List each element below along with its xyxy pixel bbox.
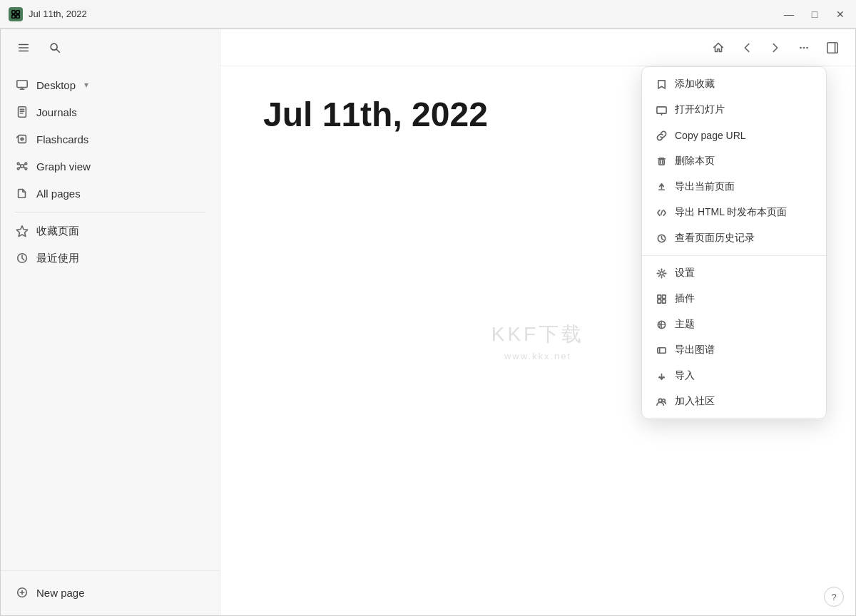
svg-rect-1	[16, 10, 19, 13]
menu-label-slides: 打开幻灯片	[675, 103, 725, 116]
theme-icon	[655, 318, 668, 331]
sidebar-item-desktop[interactable]: Desktop ▾	[6, 72, 214, 98]
menu-item-add-bookmark[interactable]: 添加收藏	[642, 71, 826, 97]
svg-line-23	[19, 164, 21, 165]
sidebar-footer: New page	[1, 570, 220, 615]
svg-marker-27	[16, 226, 27, 237]
menu-label-export-html: 导出 HTML 时发布本页面	[675, 206, 787, 219]
link-icon	[655, 129, 668, 142]
menu-label-community: 加入社区	[675, 395, 715, 408]
all-pages-label: All pages	[36, 188, 81, 200]
menu-item-delete[interactable]: 删除本页	[642, 148, 826, 174]
favorites-label: 收藏页面	[36, 225, 79, 238]
sidebar-item-favorites[interactable]: 收藏页面	[6, 218, 214, 244]
close-button[interactable]: ✕	[833, 9, 847, 20]
sidebar-item-flashcards[interactable]: Flashcards	[6, 126, 214, 152]
community-icon	[655, 395, 668, 408]
journals-icon	[15, 105, 29, 119]
forward-button[interactable]	[764, 36, 787, 59]
svg-line-8	[57, 50, 60, 53]
back-button[interactable]	[735, 36, 758, 59]
menu-label-import: 导入	[675, 369, 695, 382]
search-button[interactable]	[44, 36, 66, 59]
window-controls: — □ ✕	[782, 9, 847, 20]
menu-label-history: 查看页面历史记录	[675, 232, 755, 245]
watermark-sub: www.kkx.net	[491, 351, 584, 361]
menu-toggle-button[interactable]	[12, 36, 35, 59]
home-button[interactable]	[707, 36, 730, 59]
title-bar-text: Jul 11th, 2022	[29, 9, 782, 19]
help-button[interactable]: ?	[824, 587, 844, 607]
svg-rect-12	[19, 107, 26, 117]
menu-item-export-page[interactable]: 导出当前页面	[642, 174, 826, 200]
more-button[interactable]	[793, 36, 815, 59]
menu-item-copy-url[interactable]: Copy page URL	[642, 123, 826, 148]
flashcards-label: Flashcards	[36, 133, 88, 145]
menu-label-theme: 主题	[675, 318, 695, 331]
context-menu: 添加收藏 打开幻灯片	[641, 66, 827, 419]
svg-point-53	[658, 399, 662, 402]
main-content: Jul 11th, 2022 KKF下载 www.kkx.net 添加收藏	[220, 29, 855, 615]
sidebar-item-recents[interactable]: 最近使用	[6, 245, 214, 271]
export-graph-icon	[655, 344, 668, 356]
menu-item-community[interactable]: 加入社区	[642, 389, 826, 414]
new-page-label: New page	[36, 587, 85, 599]
svg-rect-46	[657, 294, 661, 298]
menu-item-theme[interactable]: 主题	[642, 312, 826, 337]
svg-line-24	[24, 164, 25, 165]
new-page-icon	[15, 585, 29, 600]
menu-label-settings: 设置	[675, 267, 695, 279]
watermark: KKF下载 www.kkx.net	[491, 321, 584, 361]
import-icon	[655, 369, 668, 382]
svg-rect-2	[12, 14, 15, 17]
graph-view-label: Graph view	[36, 160, 91, 173]
context-menu-section-2: 设置 插件	[642, 255, 826, 419]
minimize-button[interactable]: —	[782, 9, 796, 20]
svg-point-34	[806, 46, 808, 48]
panel-button[interactable]	[821, 36, 844, 59]
menu-item-plugins[interactable]: 插件	[642, 286, 826, 312]
svg-rect-9	[17, 81, 27, 88]
svg-point-7	[51, 43, 57, 50]
sidebar-item-graph-view[interactable]: Graph view	[6, 153, 214, 179]
recents-icon	[15, 251, 29, 265]
svg-rect-37	[656, 106, 666, 113]
menu-item-history[interactable]: 查看页面历史记录	[642, 225, 826, 251]
svg-rect-47	[662, 294, 666, 298]
html-icon	[655, 206, 668, 219]
app-icon	[9, 7, 23, 21]
plugins-icon	[655, 292, 668, 305]
menu-item-export-graph[interactable]: 导出图谱	[642, 337, 826, 363]
toolbar	[220, 29, 855, 66]
settings-icon	[655, 267, 668, 279]
menu-item-import[interactable]: 导入	[642, 363, 826, 389]
svg-point-32	[800, 46, 802, 48]
menu-item-settings[interactable]: 设置	[642, 260, 826, 286]
desktop-label: Desktop	[36, 79, 76, 91]
sidebar-item-all-pages[interactable]: All pages	[6, 180, 214, 206]
svg-point-45	[660, 272, 663, 275]
graph-view-icon	[15, 159, 29, 173]
favorites-icon	[15, 224, 29, 238]
menu-item-slides[interactable]: 打开幻灯片	[642, 97, 826, 123]
menu-label-export-graph: 导出图谱	[675, 344, 715, 356]
sidebar-nav: Desktop ▾ Journals	[1, 66, 220, 570]
context-menu-section-1: 添加收藏 打开幻灯片	[642, 67, 826, 255]
svg-line-26	[24, 167, 25, 168]
menu-item-export-html[interactable]: 导出 HTML 时发布本页面	[642, 200, 826, 225]
maximize-button[interactable]: □	[807, 9, 822, 20]
flashcards-icon	[15, 132, 29, 146]
menu-label-export-page: 导出当前页面	[675, 180, 735, 193]
svg-line-43	[661, 210, 662, 215]
title-bar: Jul 11th, 2022 — □ ✕	[0, 0, 856, 29]
watermark-text: KKF下载	[491, 321, 584, 348]
menu-label-plugins: 插件	[675, 292, 695, 305]
recents-label: 最近使用	[36, 252, 79, 265]
sidebar-header	[1, 29, 220, 66]
svg-point-33	[803, 46, 805, 48]
app-window: Desktop ▾ Journals	[0, 29, 856, 616]
all-pages-icon	[15, 186, 29, 200]
new-page-button[interactable]: New page	[6, 580, 214, 605]
sidebar-item-journals[interactable]: Journals	[6, 99, 214, 125]
sidebar-divider-1	[15, 212, 205, 212]
